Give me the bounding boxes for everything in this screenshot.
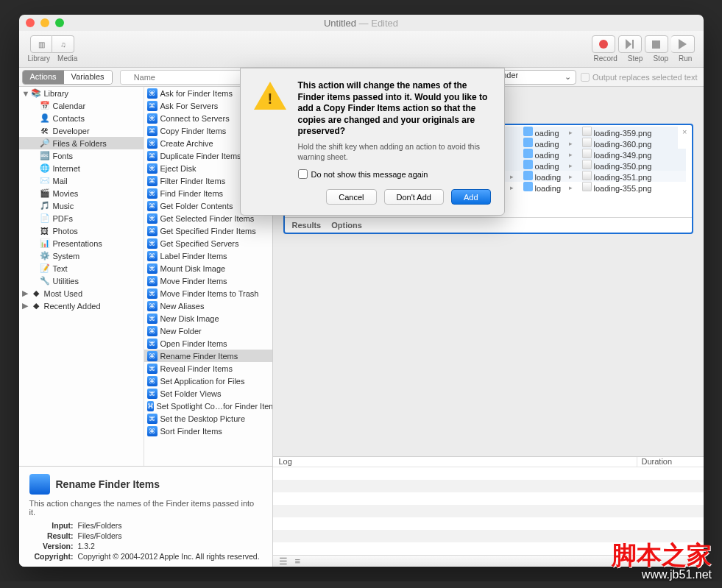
action-list-item[interactable]: ⌘Rename Finder Items <box>144 350 272 362</box>
sidebar-item[interactable]: ✉️Mail <box>19 174 144 187</box>
info-description: This action changes the names of the Fin… <box>29 499 262 517</box>
action-list-item[interactable]: ⌘Reveal Finder Items <box>144 362 272 375</box>
step-button[interactable] <box>618 35 642 53</box>
log-list-icon[interactable]: ≡ <box>295 556 301 567</box>
sidebar-item[interactable]: 📝Text <box>19 262 144 274</box>
tab-results[interactable]: Results <box>292 221 322 230</box>
sidebar-item[interactable]: ▶◆Most Used <box>19 287 144 300</box>
toolbar: ▥ ♫ Library Media Record Step Stop Run <box>19 31 704 68</box>
action-list-item[interactable]: ⌘Move Finder Items to Trash <box>144 287 272 300</box>
action-list-item[interactable]: ⌘Get Specified Servers <box>144 237 272 249</box>
sidebar-item[interactable]: 🖼Photos <box>19 224 144 237</box>
toolbar-label-run: Run <box>679 54 692 63</box>
action-list-item[interactable]: ⌘Set Folder Views <box>144 387 272 400</box>
action-list-item[interactable]: ⌘Sort Finder Items <box>144 425 272 437</box>
zoom-icon[interactable] <box>55 18 64 27</box>
traffic-lights <box>26 18 64 27</box>
action-list-item[interactable]: ⌘Set Spotlight Co…for Finder Items <box>144 400 272 412</box>
sidebar-item[interactable]: 📅Calendar <box>19 99 144 112</box>
info-title: Rename Finder Items <box>56 478 160 490</box>
record-button[interactable] <box>592 35 615 53</box>
titlebar[interactable]: Untitled — Edited <box>19 15 704 31</box>
action-list-item[interactable]: ⌘New Disk Image <box>144 312 272 325</box>
window-title: Untitled — Edited <box>324 18 398 29</box>
sidebar-item[interactable]: 📄PDFs <box>19 212 144 224</box>
toolbar-label-library: Library <box>28 54 51 63</box>
action-list-item[interactable]: ⌘New Aliases <box>144 300 272 312</box>
action-info-panel: Rename Finder Items This action changes … <box>19 466 272 567</box>
cancel-button[interactable]: Cancel <box>326 189 376 205</box>
app-window: Untitled — Edited ▥ ♫ Library Media Reco… <box>19 15 704 567</box>
action-list-item[interactable]: ⌘Label Finder Items <box>144 249 272 262</box>
run-button[interactable] <box>671 35 695 53</box>
sidebar-item[interactable]: 🔎Files & Folders <box>19 137 144 149</box>
watermark: 脚本之家 www.jb51.net <box>612 542 712 581</box>
sidebar-item[interactable]: 🎵Music <box>19 199 144 212</box>
toolbar-label-step: Step <box>628 54 643 63</box>
log-col-duration: Duration <box>637 457 704 467</box>
toolbar-label-record: Record <box>594 54 617 63</box>
sidebar-item[interactable]: ⚙️System <box>19 249 144 262</box>
action-list-item[interactable]: ⌘New Folder <box>144 325 272 337</box>
sidebar-item[interactable]: 🛠Developer <box>19 124 144 137</box>
toolbar-label-media: Media <box>57 54 77 63</box>
close-icon[interactable] <box>26 18 35 27</box>
sidebar-item[interactable]: 🔤Fonts <box>19 149 144 162</box>
sidebar-item[interactable]: ▶◆Recently Added <box>19 300 144 312</box>
warning-sheet: ! This action will change the names of t… <box>240 68 505 216</box>
warning-icon: ! <box>254 80 289 116</box>
category-list[interactable]: ▼📚Library📅Calendar👤Contacts🛠Developer🔎Fi… <box>19 87 144 466</box>
finder-icon <box>29 474 50 495</box>
action-list-item[interactable]: ⌘Get Specified Finder Items <box>144 224 272 237</box>
action-list-item[interactable]: ⌘Set the Desktop Picture <box>144 412 272 425</box>
library-pane: Actions Variables ▼📚Library📅Calendar👤Con… <box>19 68 273 567</box>
tab-variables[interactable]: Variables <box>64 71 112 84</box>
minimize-icon[interactable] <box>40 18 49 27</box>
sidebar-item[interactable]: 🔧Utilities <box>19 274 144 287</box>
sidebar-item[interactable]: ▼📚Library <box>19 87 144 99</box>
toolbar-label-stop: Stop <box>653 54 668 63</box>
action-list-item[interactable]: ⌘Move Finder Items <box>144 274 272 287</box>
action-list-item[interactable]: ⌘Set Application for Files <box>144 375 272 387</box>
dont-add-button[interactable]: Don't Add <box>384 189 444 205</box>
action-list-item[interactable]: ⌘Open Finder Items <box>144 337 272 350</box>
stop-button[interactable] <box>645 35 668 53</box>
library-tabs[interactable]: Actions Variables <box>22 70 113 85</box>
output-replaces-checkbox[interactable]: Output replaces selected text <box>581 73 697 82</box>
media-toggle-button[interactable]: ♫ <box>52 35 74 53</box>
tab-options[interactable]: Options <box>331 221 362 230</box>
dont-show-checkbox[interactable]: Do not show this message again <box>298 169 491 179</box>
sidebar-item[interactable]: 🌐Internet <box>19 162 144 174</box>
log-view-icon[interactable]: ☰ <box>279 556 288 567</box>
action-list-item[interactable]: ⌘Mount Disk Image <box>144 262 272 274</box>
add-confirm-button[interactable]: Add <box>451 189 491 205</box>
sidebar-item[interactable]: 📊Presentations <box>19 237 144 249</box>
close-icon[interactable]: × <box>678 125 691 138</box>
sheet-subtext: Hold the shift key when adding an action… <box>298 142 491 162</box>
sheet-headline: This action will change the names of the… <box>298 80 491 138</box>
library-toggle-button[interactable]: ▥ <box>30 35 52 53</box>
tab-actions[interactable]: Actions <box>23 71 64 84</box>
log-col-log: Log <box>273 457 637 467</box>
sidebar-item[interactable]: 👤Contacts <box>19 112 144 124</box>
sidebar-item[interactable]: 🎬Movies <box>19 187 144 199</box>
